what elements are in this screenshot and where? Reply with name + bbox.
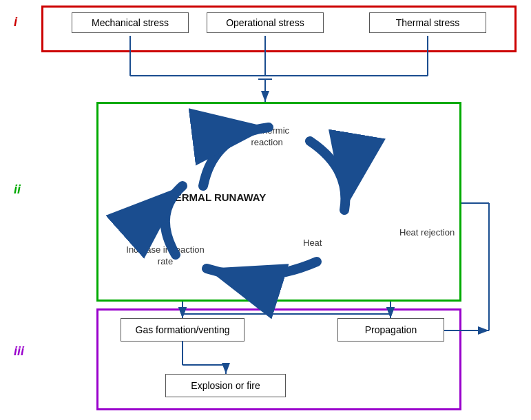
region-iii-label: iii: [14, 344, 24, 359]
region-ii-label: ii: [14, 182, 21, 197]
propagation-box: Propagation: [337, 318, 444, 342]
thermal-stress-box: Thermal stress: [369, 12, 486, 33]
increase-rate-label: Increase in reactionrate: [121, 244, 210, 268]
exothermic-label: Exothermicreaction: [244, 125, 289, 149]
gas-formation-box: Gas formation/venting: [121, 318, 244, 342]
thermal-runaway-label: THERMAL RUNAWAY: [152, 191, 275, 203]
operational-stress-box: Operational stress: [207, 12, 324, 33]
heat-label: Heat: [303, 238, 322, 248]
explosion-fire-box: Explosion or fire: [165, 374, 286, 397]
mechanical-stress-box: Mechanical stress: [72, 12, 189, 33]
heat-rejection-label: Heat rejection: [399, 227, 468, 238]
region-i-label: i: [14, 15, 17, 30]
